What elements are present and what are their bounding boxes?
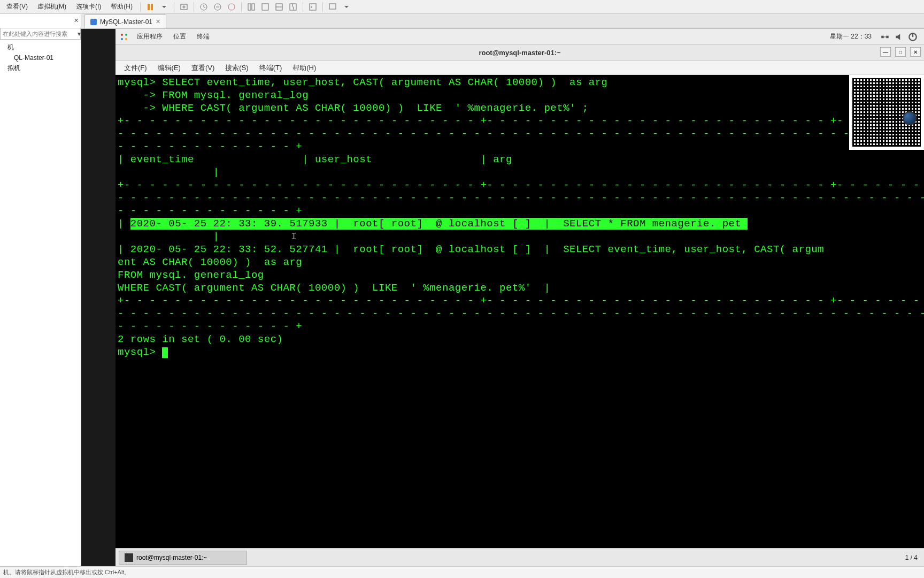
svg-rect-8 <box>262 4 268 10</box>
close-icon[interactable]: ✕ <box>156 18 160 25</box>
clock-label[interactable]: 星期一 22：33 <box>830 32 872 41</box>
close-button[interactable]: ✕ <box>910 47 921 57</box>
volume-icon[interactable] <box>894 32 904 42</box>
menu-terminal[interactable]: 终端 <box>191 30 215 43</box>
minimize-button[interactable]: — <box>880 47 891 57</box>
svg-rect-1 <box>151 4 153 10</box>
term-menu-view[interactable]: 查看(V) <box>186 62 220 74</box>
layout2-icon[interactable] <box>259 2 272 12</box>
term-line: -> FROM mysql. general_log <box>118 89 922 102</box>
taskbar-item-terminal[interactable]: root@mysql-master-01:~ <box>119 551 247 565</box>
term-line: - - - - - - - - - - - - - - + <box>118 320 922 333</box>
guest-left-edge <box>81 29 116 566</box>
manage-icon[interactable] <box>225 2 238 12</box>
separator <box>303 2 303 12</box>
separator <box>194 2 194 12</box>
separator <box>241 2 242 12</box>
layout1-icon[interactable] <box>245 2 258 12</box>
menu-help[interactable]: 帮助(H) <box>106 1 137 12</box>
term-line: +- - - - - - - - - - - - - - - - - - - -… <box>118 294 922 307</box>
tree-node-vm[interactable]: QL-Master-01 <box>1 53 80 63</box>
svg-point-5 <box>228 4 235 10</box>
workspace-indicator[interactable]: 1 / 4 <box>905 554 918 561</box>
menu-places[interactable]: 位置 <box>168 30 191 43</box>
term-line: mysql> SELECT event_time, user_host, CAS… <box>118 76 922 89</box>
term-line: | event_time | user_host | arg <box>118 153 922 166</box>
ibeam-cursor-icon: I <box>291 230 297 243</box>
term-line: - - - - - - - - - - - - - - + <box>118 204 922 217</box>
fullscreen-icon[interactable] <box>326 2 339 12</box>
menu-view[interactable]: 查看(V) <box>2 1 32 12</box>
pause-icon[interactable] <box>144 2 157 12</box>
svg-rect-17 <box>881 35 884 38</box>
term-line: ent AS CHAR( 10000) ) as arg <box>118 256 922 269</box>
taskbar-item-label: root@mysql-master-01:~ <box>136 554 207 561</box>
console-icon[interactable] <box>306 2 319 12</box>
term-menu-search[interactable]: 搜索(S) <box>220 62 253 74</box>
dropdown2-icon[interactable] <box>340 2 353 12</box>
separator <box>322 2 323 12</box>
terminal-body[interactable]: mysql> SELECT event_time, user_host, CAS… <box>116 75 924 548</box>
svg-rect-11 <box>310 4 316 10</box>
status-text: 机。请将鼠标指针从虚拟机中移出或按 Ctrl+Alt。 <box>3 568 130 576</box>
term-line: - - - - - - - - - - - - - - + <box>118 140 922 153</box>
layout4-icon[interactable] <box>287 2 299 12</box>
vm-menubar: 查看(V) 虚拟机(M) 选项卡(I) 帮助(H) <box>0 0 924 14</box>
term-line: | 2020- 05- 25 22: 33: 52. 527741 | root… <box>118 243 922 256</box>
search-row: ▼ <box>0 28 81 40</box>
menu-tabs[interactable]: 选项卡(I) <box>72 1 105 12</box>
tree-node-vms[interactable]: 拟机 <box>1 63 80 74</box>
tree-node-host[interactable]: 机 <box>1 42 80 53</box>
menu-vm[interactable]: 虚拟机(M) <box>33 1 71 12</box>
vm-icon <box>90 19 97 25</box>
guest-taskbar: root@mysql-master-01:~ 1 / 4 <box>116 548 924 566</box>
earth-icon <box>903 111 917 125</box>
network-icon[interactable] <box>880 32 890 42</box>
revert-icon[interactable] <box>211 2 224 12</box>
term-line: | <box>118 166 922 179</box>
term-line: - - - - - - - - - - - - - - - - - - - - … <box>118 307 922 320</box>
term-menu-terminal[interactable]: 终端(T) <box>254 62 288 74</box>
qr-code <box>849 75 924 150</box>
term-line: +- - - - - - - - - - - - - - - - - - - -… <box>118 115 922 127</box>
svg-rect-18 <box>886 35 889 38</box>
tab-mysql-master[interactable]: MySQL-Master-01 ✕ <box>84 14 166 28</box>
window-buttons: — □ ✕ <box>880 47 921 57</box>
menu-applications[interactable]: 应用程序 <box>132 30 168 43</box>
tab-label: MySQL-Master-01 <box>100 18 152 26</box>
term-line: 2 rows in set ( 0. 00 sec) <box>118 333 922 346</box>
term-line: - - - - - - - - - - - - - - - - - - - - … <box>118 127 922 140</box>
svg-point-16 <box>125 38 127 40</box>
highlighted-text: 2020- 05- 25 22: 33: 39. 517933 | root[ … <box>130 218 748 230</box>
term-line-highlighted: | 2020- 05- 25 22: 33: 39. 517933 | root… <box>118 217 922 230</box>
term-menu-edit[interactable]: 编辑(E) <box>152 62 186 74</box>
svg-point-15 <box>121 38 123 40</box>
terminal-window: root@mysql-master-01:~ — □ ✕ 文件(F) 编辑(E)… <box>116 45 924 548</box>
terminal-menubar: 文件(F) 编辑(E) 查看(V) 搜索(S) 终端(T) 帮助(H) <box>116 61 924 75</box>
window-title: root@mysql-master-01:~ <box>479 49 560 57</box>
activities-icon[interactable] <box>120 33 128 41</box>
terminal-titlebar[interactable]: root@mysql-master-01:~ — □ ✕ <box>116 45 924 61</box>
vm-tree: 机 QL-Master-01 拟机 <box>0 40 81 76</box>
svg-point-13 <box>121 34 123 36</box>
main-area: MySQL-Master-01 ✕ 应用程序 位置 终端 星期一 22：33 r… <box>81 14 924 566</box>
term-menu-help[interactable]: 帮助(H) <box>287 62 321 74</box>
terminal-icon <box>125 553 133 562</box>
maximize-button[interactable]: □ <box>895 47 906 57</box>
close-icon[interactable]: ✕ <box>74 17 79 24</box>
term-prompt-line: mysql> <box>118 346 922 359</box>
term-menu-file[interactable]: 文件(F) <box>119 62 152 74</box>
snapshot-icon[interactable] <box>197 2 210 12</box>
dropdown-icon[interactable] <box>158 2 171 12</box>
vm-library-sidebar: ✕ ▼ 机 QL-Master-01 拟机 <box>0 14 81 566</box>
layout3-icon[interactable] <box>273 2 286 12</box>
term-line: -> WHERE CAST( argument AS CHAR( 10000) … <box>118 102 922 115</box>
guest-desktop: 应用程序 位置 终端 星期一 22：33 root@mysql-master-0… <box>81 29 924 566</box>
search-input[interactable] <box>3 31 76 37</box>
svg-rect-6 <box>248 4 251 10</box>
svg-rect-0 <box>148 4 150 10</box>
svg-rect-7 <box>252 4 255 10</box>
send-key-icon[interactable] <box>178 2 190 12</box>
power-icon[interactable] <box>908 32 918 42</box>
gnome-top-panel: 应用程序 位置 终端 星期一 22：33 <box>116 29 924 45</box>
